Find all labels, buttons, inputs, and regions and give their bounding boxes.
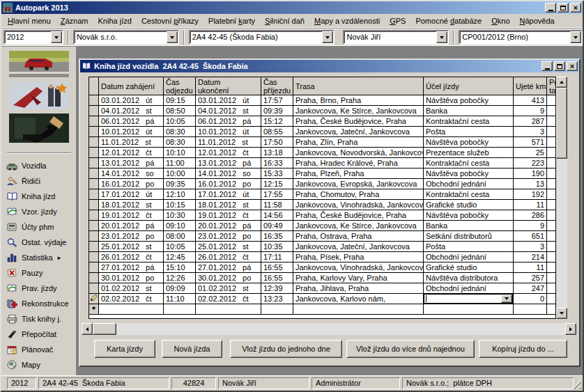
cell-distance-km[interactable]: 11 bbox=[514, 200, 547, 210]
row-selector[interactable] bbox=[89, 106, 99, 116]
row-selector[interactable] bbox=[89, 189, 99, 200]
cell-distance-km[interactable]: 3 bbox=[514, 242, 547, 252]
cell-end-date[interactable]: 17.01.2012út bbox=[196, 189, 261, 200]
row-selector[interactable] bbox=[89, 231, 99, 242]
purpose-edit-combo[interactable] bbox=[424, 294, 513, 304]
cell-departure-time[interactable]: 08:50 bbox=[164, 106, 196, 116]
cell-tachometer[interactable] bbox=[547, 200, 556, 210]
menu-item-cestovni-prikazy[interactable]: Cestovní příkazy bbox=[137, 15, 203, 26]
cell-arrival-time[interactable]: 09:39 bbox=[261, 106, 293, 116]
chevron-down-icon[interactable] bbox=[501, 295, 512, 303]
cell-tachometer[interactable] bbox=[547, 252, 556, 262]
cell-purpose[interactable]: Návštěva pobočky bbox=[424, 137, 514, 148]
cell-end-date[interactable]: 19.01.2012čt bbox=[196, 210, 261, 221]
cell-tachometer[interactable] bbox=[547, 231, 556, 242]
cell-arrival-time[interactable]: 09:49 bbox=[261, 221, 293, 231]
cell-start-date[interactable]: 19.01.2012čt bbox=[99, 210, 164, 221]
row-selector[interactable] bbox=[89, 116, 99, 127]
cell-tachometer[interactable] bbox=[547, 273, 556, 283]
cell-arrival-time[interactable]: 14:56 bbox=[261, 210, 293, 221]
cell-purpose[interactable]: Obchodní jednání bbox=[424, 179, 514, 189]
cell-end-date[interactable]: 13.01.2012pá bbox=[196, 158, 261, 168]
cell-route[interactable]: Praha, Ostrava, Praha bbox=[293, 231, 424, 242]
cell-route[interactable]: Praha, Plzeň, Praha bbox=[293, 168, 424, 179]
cell-distance-km[interactable]: 214 bbox=[514, 252, 547, 262]
sidebar-item-planovac[interactable]: Plánovač bbox=[6, 342, 76, 357]
cell-route[interactable]: Praha, Písek, Praha bbox=[293, 252, 424, 262]
cell-purpose[interactable]: Kontraktační cesta bbox=[424, 189, 514, 200]
menu-item-gps[interactable]: GPS bbox=[385, 15, 410, 26]
sidebar-item-vozidla[interactable]: Vozidla bbox=[6, 158, 76, 173]
cell-distance-km[interactable]: 13 bbox=[514, 179, 547, 189]
cell-purpose[interactable]: Grafické studio bbox=[424, 200, 514, 210]
cell-arrival-time[interactable]: 16:55 bbox=[261, 273, 293, 283]
cell-start-date[interactable]: 12.01.2012čt bbox=[99, 148, 164, 158]
cell-tachometer[interactable] bbox=[547, 283, 556, 294]
table-vertical-scrollbar[interactable] bbox=[556, 77, 567, 319]
cell-departure-time[interactable]: 12:26 bbox=[164, 273, 196, 283]
cell-route[interactable]: Praha, Hradec Králové, Praha bbox=[293, 158, 424, 168]
cell-arrival-time[interactable]: 11:58 bbox=[261, 200, 293, 210]
cell-route[interactable]: Jankovcova, Ke Stírce, Jankovcova bbox=[293, 106, 424, 116]
minimize-button[interactable] bbox=[545, 3, 556, 13]
scroll-left-icon[interactable] bbox=[82, 323, 93, 335]
cell-start-date[interactable]: 14.01.2012so bbox=[99, 168, 164, 179]
cell-end-date[interactable]: 12.01.2012čt bbox=[196, 148, 261, 158]
cell-end-date[interactable]: 30.01.2012po bbox=[196, 273, 261, 283]
empty-cell[interactable] bbox=[547, 304, 556, 315]
row-selector[interactable] bbox=[89, 252, 99, 262]
cell-purpose[interactable]: Návštěva distributora bbox=[424, 273, 514, 283]
cell-tachometer[interactable] bbox=[547, 137, 556, 148]
cell-distance-km[interactable]: 25 bbox=[514, 148, 547, 158]
cell-route[interactable]: Praha, České Budějovice, Praha bbox=[293, 116, 424, 127]
cell-tachometer[interactable] bbox=[547, 210, 556, 221]
cell-tachometer[interactable] bbox=[547, 221, 556, 231]
cell-route[interactable]: Jankovcova, Evropská, Jankovcova bbox=[293, 179, 424, 189]
cell-route[interactable]: Praha, Brno, Praha bbox=[293, 95, 424, 106]
cell-purpose[interactable]: Banka bbox=[424, 106, 514, 116]
cell-arrival-time[interactable]: 16:35 bbox=[261, 231, 293, 242]
vloz-jizdu-do-jednoho-dne-button[interactable]: Vlož jízdu do jednoho dne bbox=[230, 340, 342, 358]
cell-route[interactable]: Praha, Zlín, Praha bbox=[293, 137, 424, 148]
cell-start-date[interactable]: 04.01.2012st bbox=[99, 106, 164, 116]
scroll-right-icon[interactable] bbox=[565, 323, 576, 335]
cell-purpose[interactable]: Návštěva pobočky bbox=[424, 95, 514, 106]
cell-end-date[interactable]: 01.02.2012st bbox=[196, 283, 261, 294]
sidebar-item-rekonstrukce[interactable]: Rekonstrukce bbox=[6, 296, 76, 311]
cell-distance-km[interactable]: 11 bbox=[514, 262, 547, 273]
cell-start-date[interactable]: 17.01.2012út bbox=[99, 189, 164, 200]
cell-distance-km[interactable]: 3 bbox=[514, 127, 547, 137]
cell-arrival-time[interactable]: 16:55 bbox=[261, 262, 293, 273]
cell-purpose[interactable]: Prezentace služeb bbox=[424, 148, 514, 158]
cell-distance-km[interactable]: 247 bbox=[514, 283, 547, 294]
row-selector[interactable] bbox=[89, 168, 99, 179]
cell-purpose[interactable]: Obchodní jednání bbox=[424, 283, 514, 294]
cell-start-date[interactable]: 30.01.2012po bbox=[99, 273, 164, 283]
cell-departure-time[interactable]: 08:00 bbox=[164, 231, 196, 242]
chevron-down-icon[interactable] bbox=[51, 31, 62, 43]
cell-distance-km[interactable]: 651 bbox=[514, 231, 547, 242]
company-combo[interactable]: Novák s.r.o. bbox=[73, 30, 179, 45]
cell-arrival-time[interactable]: 17:55 bbox=[261, 189, 293, 200]
row-selector[interactable] bbox=[89, 200, 99, 210]
cell-end-date[interactable]: 23.01.2012po bbox=[196, 231, 261, 242]
menu-item-zaznam[interactable]: Záznam bbox=[56, 15, 93, 26]
scroll-down-icon[interactable] bbox=[556, 308, 567, 319]
cell-departure-time[interactable]: 09:35 bbox=[164, 179, 196, 189]
row-selector[interactable] bbox=[89, 221, 99, 231]
cell-departure-time[interactable]: 11:10 bbox=[164, 294, 196, 304]
row-selector[interactable] bbox=[89, 137, 99, 148]
chevron-down-icon[interactable] bbox=[322, 31, 333, 43]
empty-cell[interactable] bbox=[196, 304, 261, 315]
cell-arrival-time[interactable]: 17:11 bbox=[261, 252, 293, 262]
cell-end-date[interactable]: 02.02.2012čt bbox=[196, 294, 261, 304]
row-selector[interactable] bbox=[89, 210, 99, 221]
cell-start-date[interactable]: 25.01.2012st bbox=[99, 242, 164, 252]
sidebar-item-prav-jizdy[interactable]: Prav. jízdy bbox=[6, 281, 76, 296]
cell-departure-time[interactable]: 08:30 bbox=[164, 137, 196, 148]
cell-start-date[interactable]: 20.01.2012pá bbox=[99, 221, 164, 231]
cell-distance-km[interactable]: 9 bbox=[514, 221, 547, 231]
cell-arrival-time[interactable]: 13:18 bbox=[261, 148, 293, 158]
cell-arrival-time[interactable]: 08:55 bbox=[261, 127, 293, 137]
scroll-up-icon[interactable] bbox=[556, 77, 567, 88]
